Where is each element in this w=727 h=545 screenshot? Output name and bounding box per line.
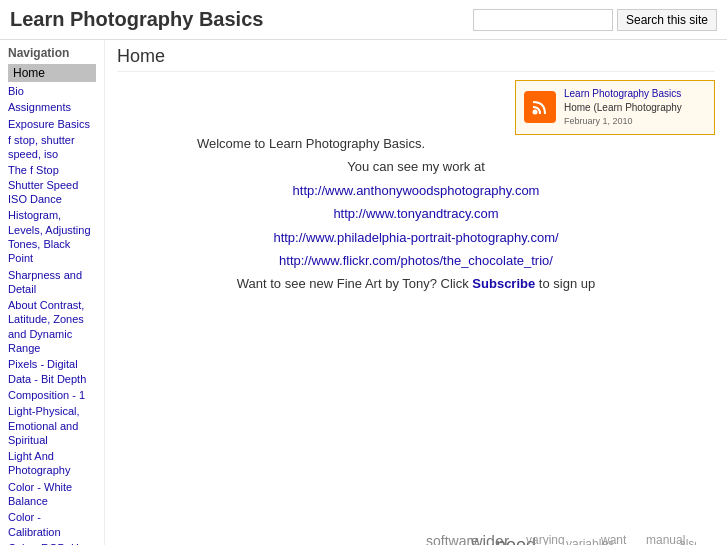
nav-label: Navigation [8,46,96,60]
link-flickr[interactable]: http://www.flickr.com/photos/the_chocola… [117,249,715,272]
sidebar-item-color-cal[interactable]: Color - Calibration [8,510,96,539]
page-title: Learn Photography Basics [10,8,263,31]
sidebar-item-pixels[interactable]: Pixels - Digital Data - Bit Depth [8,357,96,386]
welcome-line1: Welcome to Learn Photography Basics. [117,132,715,155]
main-heading: Home [117,46,715,72]
search-button[interactable]: Search this site [617,9,717,31]
svg-point-1 [533,110,538,115]
welcome-line2: You can see my work at [117,155,715,178]
rss-text: Learn Photography Basics Home (Learn Pho… [564,87,682,128]
sidebar-item-histogram[interactable]: Histogram, Levels, Adjusting Tones, Blac… [8,208,96,265]
tag-word: varying [526,534,565,545]
rss-date: February 1, 2010 [564,115,682,128]
subscribe-text: Want to see new Fine Art by Tony? Click … [117,272,715,295]
sidebar-item-bio[interactable]: Bio [8,84,96,98]
tag-word: want [601,534,626,545]
sidebar-item-light-physical[interactable]: Light-Physical, Emotional and Spiritual [8,404,96,447]
sidebar-item-color-wb[interactable]: Color - White Balance [8,480,96,509]
sidebar-item-light-photography[interactable]: Light And Photography [8,449,96,478]
tag-word: wider [471,534,509,545]
rss-icon[interactable] [524,91,556,123]
link-phila[interactable]: http://www.philadelphia-portrait-photogr… [117,226,715,249]
subscribe-link[interactable]: Subscribe [472,276,535,291]
sidebar-item-exposure-basics[interactable]: Exposure Basics [8,117,96,131]
search-input[interactable] [473,9,613,31]
sidebar-item-fstop[interactable]: f stop, shutter speed, iso [8,133,96,162]
tag-cloud: lightExposureshuttercolorcameracolorsima… [136,306,696,545]
sidebar-item-sharpness[interactable]: Sharpness and Detail [8,268,96,297]
sidebar-item-fstop-dance[interactable]: The f Stop Shutter Speed ISO Dance [8,163,96,206]
rss-subtitle: Home (Learn Photography [564,101,682,115]
rss-title: Learn Photography Basics [564,87,682,101]
sidebar-item-home[interactable]: Home [8,64,96,82]
link-tonyandtracy[interactable]: http://www.tonyandtracy.com [117,202,715,225]
sidebar-item-contrast[interactable]: About Contrast, Latitude, Zones and Dyna… [8,298,96,355]
sidebar-item-composition[interactable]: Composition - 1 [8,388,96,402]
welcome-section: Welcome to Learn Photography Basics. You… [117,132,715,296]
link-anthonywood[interactable]: http://www.anthonywoodsphotography.com [117,179,715,202]
rss-widget: Learn Photography Basics Home (Learn Pho… [515,80,715,135]
tag-word: manual [646,534,685,545]
sidebar-item-assignments[interactable]: Assignments [8,100,96,114]
sidebar-item-color-rgb[interactable]: Color- RGB, Hue Saturation Value, Channe… [8,541,96,545]
